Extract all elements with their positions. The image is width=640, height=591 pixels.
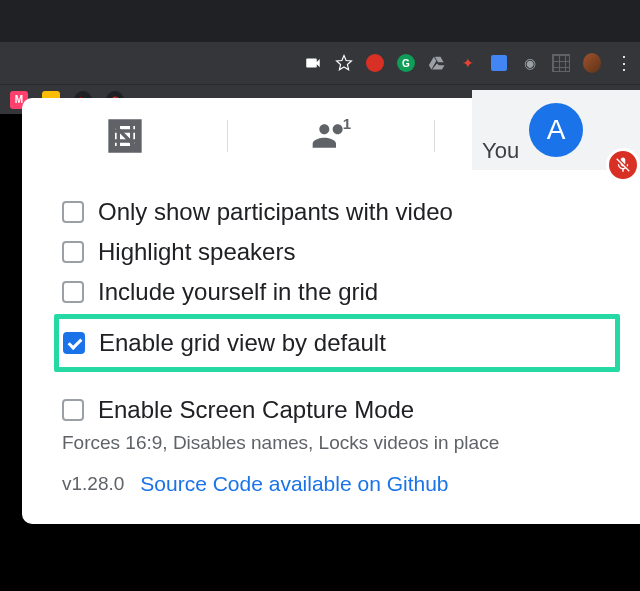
option-only-video[interactable]: Only show participants with video <box>62 192 612 232</box>
checkbox[interactable] <box>62 241 84 263</box>
svg-text:1: 1 <box>343 116 351 132</box>
option-screen-capture[interactable]: Enable Screen Capture Mode <box>62 390 612 430</box>
version-label: v1.28.0 <box>62 473 124 495</box>
checkbox[interactable] <box>62 399 84 421</box>
ext-bulb-icon[interactable]: ◉ <box>521 54 539 72</box>
source-code-link[interactable]: Source Code available on Github <box>140 472 448 496</box>
panel-footer: v1.28.0 Source Code available on Github <box>22 462 640 496</box>
option-label: Include yourself in the grid <box>98 278 378 306</box>
checkbox[interactable] <box>62 201 84 223</box>
screen-capture-desc: Forces 16:9, Disables names, Locks video… <box>62 432 612 462</box>
checkbox[interactable] <box>62 281 84 303</box>
tab-grid-disabled[interactable] <box>22 98 227 174</box>
panel-tabrow: 1 You A <box>22 98 640 174</box>
ext-superman-icon[interactable]: ✦ <box>459 54 477 72</box>
option-label: Only show participants with video <box>98 198 453 226</box>
ext-grammarly-icon[interactable]: G <box>397 54 415 72</box>
extension-panel: 1 You A Only show participants with vide… <box>22 98 640 524</box>
option-label: Enable Screen Capture Mode <box>98 396 414 424</box>
ext-drive-icon[interactable] <box>428 54 446 72</box>
browser-tabstrip <box>0 0 640 42</box>
ext-blue-icon[interactable] <box>490 54 508 72</box>
option-label: Enable grid view by default <box>99 329 386 357</box>
you-label: You <box>482 138 519 164</box>
option-label: Highlight speakers <box>98 238 295 266</box>
avatar: A <box>529 103 583 157</box>
checkbox[interactable] <box>63 332 85 354</box>
star-icon[interactable] <box>335 54 353 72</box>
option-enable-grid-default[interactable]: Enable grid view by default <box>63 323 607 363</box>
profile-avatar-icon[interactable] <box>583 54 601 72</box>
option-include-self[interactable]: Include yourself in the grid <box>62 272 612 312</box>
tab-participants[interactable]: 1 <box>228 98 433 174</box>
camera-icon[interactable] <box>304 54 322 72</box>
highlight-callout: Enable grid view by default <box>54 314 620 372</box>
mic-muted-icon[interactable] <box>606 148 640 182</box>
ext-grid-icon[interactable] <box>552 54 570 72</box>
browser-toolbar: G ✦ ◉ ⋮ <box>0 42 640 84</box>
option-highlight-speakers[interactable]: Highlight speakers <box>62 232 612 272</box>
options-list: Only show participants with video Highli… <box>22 174 640 462</box>
browser-menu-icon[interactable]: ⋮ <box>614 54 632 72</box>
self-video-chip[interactable]: You A <box>472 90 640 170</box>
ext-ublock-icon[interactable] <box>366 54 384 72</box>
